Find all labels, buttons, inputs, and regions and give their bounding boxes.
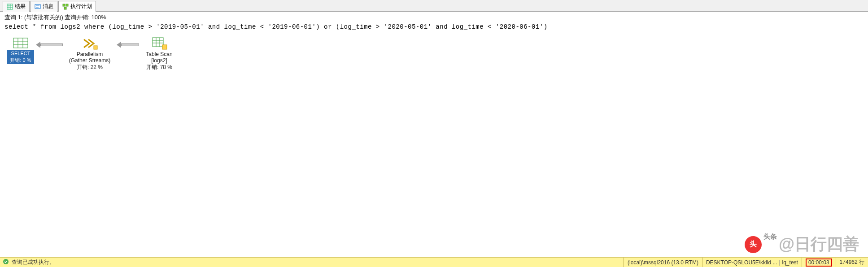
plan-node-parallelism[interactable]: Parallelism (Gather Streams) 开销: 22 % (63, 37, 117, 71)
plan-node-select[interactable]: SELECT 开销: 0 % (7, 37, 34, 64)
status-rows: 174962 行 (836, 258, 868, 267)
watermark-small: 头条 (763, 233, 777, 241)
svg-rect-16 (94, 46, 97, 49)
status-time: 00:00:03 (802, 258, 836, 267)
svg-rect-0 (7, 4, 13, 9)
tab-results[interactable]: 结果 (3, 1, 30, 12)
tablescan-sub: [logs2] (139, 57, 179, 64)
watermark: 头 头条 @日行四善 (745, 233, 859, 255)
tab-messages[interactable]: 消息 (31, 1, 57, 12)
svg-rect-17 (153, 38, 163, 47)
message-icon (35, 4, 41, 10)
execution-plan-canvas[interactable]: SELECT 开销: 0 % Parallelism (Gather Strea… (0, 34, 868, 231)
plan-node-tablescan[interactable]: Table Scan [logs2] 开销: 78 % (139, 37, 179, 71)
svg-rect-5 (35, 4, 40, 9)
svg-rect-9 (66, 4, 68, 6)
parallelism-icon (81, 37, 98, 50)
result-tabs: 结果 消息 执行计划 (0, 0, 868, 12)
watermark-text: @日行四善 (779, 233, 859, 255)
svg-rect-22 (162, 45, 167, 49)
svg-rect-8 (63, 4, 65, 6)
svg-rect-11 (13, 38, 28, 48)
plan-arrow (117, 43, 139, 47)
tab-plan-label: 执行计划 (70, 3, 92, 10)
grid-icon (7, 4, 13, 10)
tab-messages-label: 消息 (43, 3, 53, 10)
svg-rect-10 (64, 7, 66, 9)
elapsed-time: 00:00:03 (806, 258, 832, 267)
status-server: (local)\mssql2016 (13.0 RTM) (624, 258, 702, 267)
success-icon (3, 258, 9, 266)
tablescan-cost: 开销: 78 % (139, 64, 179, 71)
plan-icon (62, 4, 69, 10)
plan-arrow (36, 43, 63, 47)
status-message: 查询已成功执行。 (12, 258, 55, 266)
tablescan-title: Table Scan (139, 51, 179, 57)
query-header: 查询 1: (与该批有关的) 查询开销: 100% (0, 12, 868, 22)
select-cost: 开销: 0 % (7, 56, 34, 64)
parallelism-sub: (Gather Streams) (63, 57, 117, 64)
tablescan-icon (151, 37, 168, 50)
sql-text: select * from logs2 where (log_time > '2… (0, 22, 868, 34)
tab-results-label: 结果 (15, 3, 26, 10)
parallelism-cost: 开销: 22 % (63, 64, 117, 71)
select-icon (12, 37, 29, 50)
tab-execution-plan[interactable]: 执行计划 (58, 1, 96, 12)
select-label: SELECT (7, 50, 34, 56)
status-user: DESKTOP-QSLOU5E\kklld ... | lq_test (702, 258, 802, 267)
parallelism-title: Parallelism (63, 51, 117, 57)
status-bar: 查询已成功执行。 (local)\mssql2016 (13.0 RTM) DE… (0, 257, 868, 267)
watermark-logo-icon: 头 (745, 236, 762, 253)
